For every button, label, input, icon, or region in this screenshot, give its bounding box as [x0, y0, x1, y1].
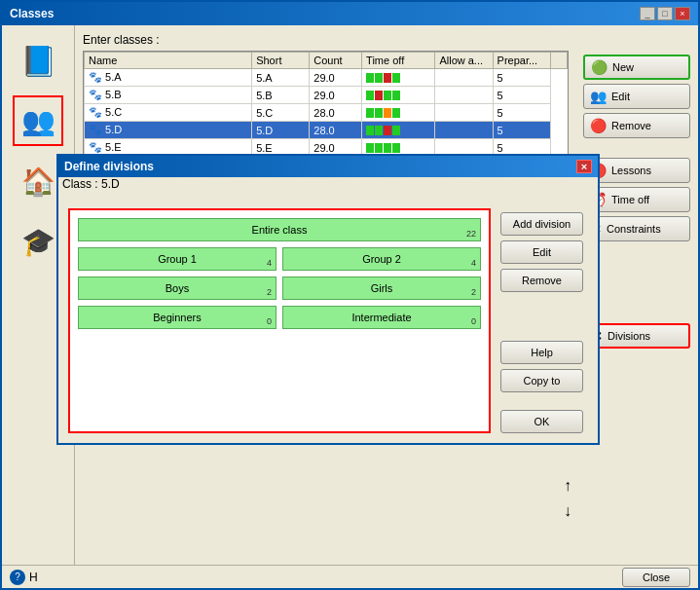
arrow-section: ↑ ↓ [564, 477, 571, 520]
new-icon: 🟢 [591, 59, 608, 75]
new-button[interactable]: 🟢 New [583, 55, 690, 80]
division-label-beginners: Beginners [153, 312, 202, 323]
lessons-label: Lessons [611, 165, 651, 176]
title-bar-controls: _ □ × [640, 7, 690, 20]
ok-button[interactable]: OK [500, 410, 583, 433]
cell-prepar: 5 [493, 87, 550, 104]
col-header-timeoff: Time off [362, 53, 435, 69]
maximize-btn[interactable]: □ [657, 7, 673, 20]
table-row[interactable]: 🐾 5.D 5.D 28.0 5 [85, 122, 568, 139]
division-label-boys: Boys [166, 282, 189, 294]
edit-icon: 👥 [590, 89, 607, 104]
book-icon: 📘 [20, 44, 56, 78]
cell-timeoff [362, 69, 435, 87]
division-item-girls[interactable]: Girls 2 [282, 277, 481, 300]
cell-count: 29.0 [310, 69, 362, 87]
division-count-girls: 2 [471, 287, 476, 297]
table-row[interactable]: 🐾 5.C 5.C 28.0 5 [85, 104, 568, 122]
table-row[interactable]: 🐾 5.B 5.B 29.0 5 [85, 87, 568, 104]
cell-name: 🐾 5.B [85, 87, 252, 104]
timeoff-label: Time off [611, 194, 649, 205]
cell-timeoff [362, 104, 435, 122]
cell-short: 5.C [252, 104, 310, 122]
grad-icon: 🎓 [21, 226, 55, 258]
sidebar-icon-people[interactable]: 👥 [13, 95, 63, 146]
house-icon: 🏠 [21, 166, 55, 198]
division-item-boys[interactable]: Boys 2 [78, 277, 276, 300]
cell-name: 🐾 5.C [85, 104, 252, 122]
col-header-short: Short [252, 53, 310, 69]
dialog-title: Define divisions [64, 160, 154, 173]
table-row[interactable]: 🐾 5.A 5.A 29.0 5 [85, 69, 568, 87]
cell-allow [435, 87, 493, 104]
division-count-group2: 4 [471, 258, 476, 268]
cell-allow [435, 69, 493, 87]
division-label-intermediate: Intermediate [351, 312, 411, 323]
scroll-col [550, 53, 567, 69]
division-item-intermediate[interactable]: Intermediate 0 [282, 306, 481, 329]
division-row-level: Beginners 0 Intermediate 0 [78, 306, 481, 329]
copy-to-button[interactable]: Copy to [500, 369, 583, 392]
dialog-close-btn[interactable]: × [576, 160, 592, 173]
dialog-buttons-column: Add division Edit Remove Help Copy to OK [500, 208, 588, 433]
help-button[interactable]: Help [500, 341, 583, 364]
division-item-group2[interactable]: Group 2 4 [282, 247, 481, 271]
division-label-entire: Entire class [252, 224, 308, 236]
help-icon[interactable]: ? [10, 570, 25, 585]
cell-timeoff [362, 122, 435, 139]
col-header-prepar: Prepar... [493, 53, 550, 69]
division-item-beginners[interactable]: Beginners 0 [78, 306, 276, 329]
col-header-allow: Allow a... [435, 53, 493, 69]
help-section: ? H [10, 570, 38, 585]
cell-short: 5.B [252, 87, 310, 104]
cell-prepar: 5 [493, 104, 550, 122]
division-item-entire[interactable]: Entire class 22 [78, 218, 481, 241]
close-main-btn[interactable]: × [675, 7, 690, 20]
division-count-beginners: 0 [267, 316, 272, 326]
divisions-label: Divisions [608, 330, 650, 342]
people-icon: 👥 [21, 105, 55, 137]
title-bar: Classes _ □ × [2, 2, 698, 25]
divisions-area: Entire class 22 Group 1 4 Group 2 4 Boys [68, 208, 491, 433]
classes-table: Name Short Count Time off Allow a... Pre… [84, 52, 568, 157]
division-item-group1[interactable]: Group 1 4 [78, 247, 276, 271]
cell-prepar: 5 [493, 69, 550, 87]
division-row-gender: Boys 2 Girls 2 [78, 277, 481, 300]
remove-icon: 🔴 [590, 118, 607, 133]
status-bar: ? H Close [2, 565, 698, 588]
up-arrow-btn[interactable]: ↑ [564, 477, 571, 495]
division-count-intermediate: 0 [471, 316, 476, 326]
dialog-body: Entire class 22 Group 1 4 Group 2 4 Boys [58, 199, 598, 443]
division-row-entire: Entire class 22 [78, 218, 481, 241]
cell-count: 29.0 [310, 87, 362, 104]
division-row-groups: Group 1 4 Group 2 4 [78, 247, 481, 271]
division-label-group1: Group 1 [158, 253, 197, 265]
cell-count: 28.0 [310, 104, 362, 122]
cell-allow [435, 104, 493, 122]
division-count-entire: 22 [466, 229, 476, 239]
add-division-button[interactable]: Add division [500, 212, 583, 236]
title-bar-left: Classes [10, 7, 54, 20]
division-count-boys: 2 [267, 287, 272, 297]
close-button[interactable]: Close [622, 568, 690, 587]
division-label-girls: Girls [371, 282, 393, 294]
dialog-class-label: Class : 5.D [58, 177, 598, 191]
cell-prepar: 5 [493, 122, 550, 139]
cell-count: 28.0 [310, 122, 362, 139]
dialog-title-bar: Define divisions × [58, 156, 598, 177]
dialog-edit-button[interactable]: Edit [500, 240, 583, 264]
remove-button[interactable]: 🔴 Remove [583, 113, 690, 138]
edit-button[interactable]: 👥 Edit [583, 84, 690, 109]
help-text: H [29, 571, 38, 584]
minimize-btn[interactable]: _ [640, 7, 655, 20]
sidebar-icon-book[interactable]: 📘 [13, 35, 63, 86]
dialog-remove-button[interactable]: Remove [500, 269, 583, 292]
edit-label: Edit [611, 91, 630, 102]
remove-label: Remove [611, 120, 651, 131]
division-count-group1: 4 [267, 258, 272, 268]
classes-table-container: Name Short Count Time off Allow a... Pre… [83, 51, 569, 158]
cell-name: 🐾 5.A [85, 69, 252, 87]
down-arrow-btn[interactable]: ↓ [564, 502, 571, 520]
define-dialog: Define divisions × Class : 5.D Entire cl… [56, 154, 600, 445]
col-header-name: Name [85, 53, 252, 69]
